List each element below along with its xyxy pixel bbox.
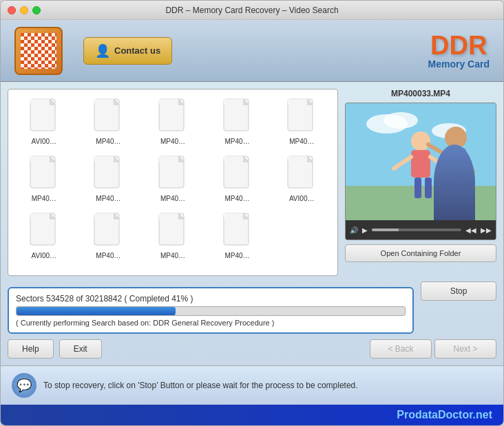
list-item[interactable]: MP40… <box>78 95 139 148</box>
file-icon <box>92 212 125 251</box>
preview-box: 🔊 ▶ ◀◀ ▶▶ <box>345 103 496 240</box>
progress-sectors-text: Sectors 534528 of 30218842 ( Completed 4… <box>16 294 406 303</box>
preview-filename: MP400033.MP4 <box>345 89 496 98</box>
main-content: AVI00… MP40… MP40… <box>1 82 503 365</box>
file-name: MP40… <box>225 138 250 145</box>
svg-point-33 <box>411 131 430 151</box>
file-icon <box>156 212 189 251</box>
minimize-button[interactable] <box>20 6 28 14</box>
file-name: AVI00… <box>32 138 57 145</box>
svg-rect-34 <box>411 150 430 178</box>
close-button[interactable] <box>8 6 16 14</box>
file-grid: AVI00… MP40… MP40… <box>14 95 332 262</box>
svg-rect-13 <box>94 156 114 162</box>
svg-point-31 <box>384 112 418 129</box>
list-item[interactable]: AVI00… <box>14 95 74 148</box>
maximize-button[interactable] <box>32 6 41 14</box>
file-name: MP40… <box>289 138 314 145</box>
file-name: AVI00… <box>289 195 315 202</box>
file-name: MP40… <box>96 195 120 202</box>
back-button[interactable]: < Back <box>370 339 432 359</box>
traffic-lights <box>8 6 41 14</box>
list-item[interactable]: MP40… <box>271 95 332 148</box>
file-icon <box>221 98 254 136</box>
file-icon <box>28 98 61 136</box>
info-icon: 💬 <box>12 373 36 398</box>
list-item[interactable]: MP40… <box>143 209 203 262</box>
svg-point-39 <box>445 127 467 149</box>
list-item[interactable]: MP40… <box>143 152 203 205</box>
file-icon <box>285 155 318 193</box>
play-icon[interactable]: ▶ <box>362 226 368 234</box>
file-icon <box>221 212 254 251</box>
progress-bar <box>16 306 406 316</box>
contact-label: Contact us <box>114 45 160 56</box>
window-title: DDR – Memory Card Recovery – Video Searc… <box>165 6 338 15</box>
svg-rect-27 <box>224 213 243 219</box>
svg-rect-17 <box>224 156 243 162</box>
brand-domain: .net <box>473 409 492 420</box>
progress-bar-fill <box>17 307 176 315</box>
info-bar: 💬 To stop recovery, click on 'Stop' Butt… <box>1 365 503 405</box>
list-item[interactable]: MP40… <box>78 209 139 262</box>
file-name: MP40… <box>96 138 120 145</box>
svg-rect-5 <box>159 99 178 105</box>
file-name: MP40… <box>225 195 250 202</box>
progress-section: Sectors 534528 of 30218842 ( Completed 4… <box>8 287 414 334</box>
file-name: MP40… <box>96 252 120 259</box>
exit-button[interactable]: Exit <box>59 339 102 359</box>
file-grid-container[interactable]: AVI00… MP40… MP40… <box>8 89 338 276</box>
list-item[interactable]: AVI00… <box>14 209 74 262</box>
list-item[interactable]: AVI00… <box>271 152 332 205</box>
file-icon <box>156 98 189 136</box>
list-item[interactable]: MP40… <box>143 95 203 148</box>
skip-back-icon[interactable]: ◀◀ <box>465 226 476 234</box>
svg-rect-38 <box>425 178 432 198</box>
preview-image <box>346 103 496 220</box>
open-folder-button[interactable]: Open Containing Folder <box>345 244 496 262</box>
footer-brand-text: ProdataDoctor.net <box>397 409 492 420</box>
file-icon <box>28 212 61 251</box>
video-progress-bar[interactable] <box>372 228 461 231</box>
svg-rect-1 <box>30 99 50 105</box>
brand-part2: Doctor <box>438 409 473 420</box>
svg-rect-44 <box>458 179 465 198</box>
titlebar: DDR – Memory Card Recovery – Video Searc… <box>1 1 503 20</box>
next-button[interactable]: Next > <box>434 339 496 359</box>
progress-status-text: ( Currently performing Search based on: … <box>16 319 406 327</box>
list-item[interactable]: MP40… <box>14 152 74 205</box>
volume-icon[interactable]: 🔊 <box>350 226 358 234</box>
stop-button[interactable]: Stop <box>421 281 496 301</box>
brand-part1: Prodata <box>397 409 438 420</box>
list-item[interactable]: MP40… <box>207 95 268 148</box>
help-button[interactable]: Help <box>8 339 54 359</box>
svg-rect-21 <box>30 213 50 219</box>
brand-sub: Memory Card <box>428 58 490 70</box>
svg-rect-7 <box>224 99 243 105</box>
list-item[interactable]: MP40… <box>207 209 268 262</box>
file-icon <box>221 155 254 193</box>
svg-rect-37 <box>414 178 421 198</box>
svg-rect-15 <box>159 156 178 162</box>
header: 👤 Contact us DDR Memory Card <box>1 20 503 82</box>
preview-controls: 🔊 ▶ ◀◀ ▶▶ <box>346 220 496 239</box>
file-name: MP40… <box>32 195 56 202</box>
skip-forward-icon[interactable]: ▶▶ <box>481 226 492 234</box>
file-name: MP40… <box>160 138 185 145</box>
file-name: MP40… <box>160 252 185 259</box>
file-name: MP40… <box>225 252 250 259</box>
brand-area: DDR Memory Card <box>428 32 490 70</box>
svg-rect-23 <box>94 213 114 219</box>
list-item[interactable]: MP40… <box>207 152 268 205</box>
list-item[interactable]: MP40… <box>78 152 139 205</box>
file-icon <box>92 155 125 193</box>
video-progress-fill <box>372 228 399 231</box>
brand-name: DDR <box>428 32 490 58</box>
logo-icon <box>21 33 56 69</box>
svg-rect-40 <box>445 148 466 179</box>
file-icon <box>285 98 318 136</box>
file-name: MP40… <box>160 195 185 202</box>
contact-button[interactable]: 👤 Contact us <box>83 37 172 65</box>
main-window: DDR – Memory Card Recovery – Video Searc… <box>0 0 504 426</box>
contact-icon: 👤 <box>95 43 110 58</box>
